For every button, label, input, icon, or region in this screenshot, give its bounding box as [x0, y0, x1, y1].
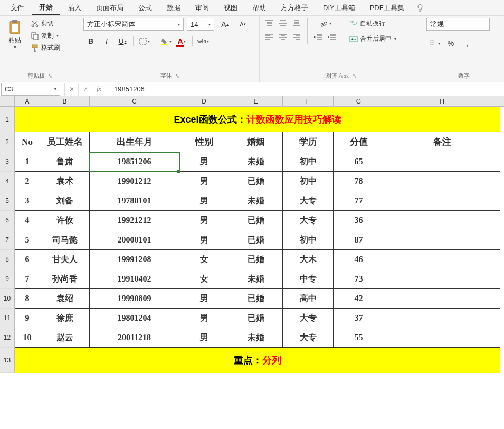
cell[interactable]: 大专 — [283, 191, 334, 211]
cell[interactable] — [384, 230, 500, 250]
col-header[interactable]: A — [15, 96, 40, 106]
row-header[interactable]: 12 — [0, 328, 15, 348]
insert-function-button[interactable]: fx — [92, 83, 106, 96]
paste-button[interactable]: 粘贴 ▼ — [3, 18, 26, 52]
menu-review[interactable]: 审阅 — [188, 1, 216, 15]
header-cell[interactable]: 分值 — [334, 132, 384, 152]
decrease-indent-button[interactable] — [312, 32, 325, 42]
cell[interactable]: 男 — [179, 309, 229, 328]
fill-color-button[interactable]: ▾ — [158, 35, 173, 48]
cell[interactable]: 孙尚香 — [40, 269, 90, 289]
cell[interactable]: 男 — [179, 172, 229, 191]
cell[interactable]: 男 — [179, 328, 229, 348]
cell[interactable]: 司马懿 — [40, 230, 90, 250]
menu-formulas[interactable]: 公式 — [131, 1, 159, 15]
col-header[interactable]: E — [229, 96, 283, 106]
increase-indent-button[interactable] — [326, 32, 338, 42]
cell[interactable]: 8 — [15, 289, 40, 309]
row-header[interactable]: 6 — [0, 211, 15, 230]
row-header[interactable]: 10 — [0, 289, 15, 309]
cell[interactable]: 中专 — [283, 269, 334, 289]
menu-fanggezi[interactable]: 方方格子 — [273, 1, 316, 15]
cell[interactable] — [384, 152, 500, 172]
decrease-font-button[interactable]: A▾ — [235, 18, 250, 31]
cell[interactable]: 10 — [15, 328, 40, 348]
underline-button[interactable]: U▾ — [115, 35, 130, 48]
cell[interactable] — [384, 191, 500, 211]
cell[interactable]: 19990809 — [90, 289, 179, 309]
col-header[interactable]: C — [90, 96, 179, 106]
cell[interactable]: 已婚 — [229, 230, 283, 250]
cell[interactable]: 许攸 — [40, 211, 90, 230]
name-box[interactable]: C3 ▾ — [1, 83, 60, 96]
borders-button[interactable]: ▾ — [137, 35, 151, 48]
cell[interactable]: 初中 — [283, 172, 334, 191]
cell[interactable]: 未婚 — [229, 328, 283, 348]
align-middle-button[interactable] — [277, 18, 289, 29]
col-header[interactable]: D — [179, 96, 229, 106]
header-cell[interactable]: 性别 — [179, 132, 229, 152]
header-cell[interactable]: 学历 — [283, 132, 334, 152]
row-header[interactable]: 8 — [0, 250, 15, 269]
col-header[interactable]: G — [334, 96, 384, 106]
cell[interactable]: 19991208 — [90, 250, 179, 269]
cell[interactable] — [384, 211, 500, 230]
font-color-button[interactable]: A▾ — [174, 35, 189, 48]
increase-font-button[interactable]: A▴ — [217, 18, 232, 31]
bold-button[interactable]: B — [83, 35, 98, 48]
italic-button[interactable]: I — [99, 35, 114, 48]
cell[interactable]: 男 — [179, 289, 229, 309]
row-header[interactable]: 13 — [0, 348, 15, 373]
menu-insert[interactable]: 插入 — [60, 1, 89, 15]
row-header[interactable]: 1 — [0, 107, 15, 132]
accounting-format-button[interactable]: ☳▾ — [426, 37, 441, 50]
header-cell[interactable]: 婚姻 — [229, 132, 283, 152]
menu-pdf-tools[interactable]: PDF工具集 — [363, 1, 412, 15]
cell[interactable]: 未婚 — [229, 152, 283, 172]
cell[interactable]: 5 — [15, 230, 40, 250]
cell[interactable]: 19801204 — [90, 309, 179, 328]
menu-page-layout[interactable]: 页面布局 — [89, 1, 131, 15]
dialog-launcher-icon[interactable]: ⤡ — [175, 73, 179, 79]
cell[interactable]: 46 — [334, 250, 384, 269]
cell[interactable]: 男 — [179, 152, 229, 172]
accept-formula-button[interactable]: ✓ — [78, 83, 92, 96]
comma-style-button[interactable]: , — [460, 37, 475, 50]
align-top-button[interactable] — [263, 18, 275, 29]
cell[interactable]: 77 — [334, 191, 384, 211]
cell[interactable]: 已婚 — [229, 172, 283, 191]
cell[interactable]: 已婚 — [229, 250, 283, 269]
cell[interactable]: 已婚 — [229, 211, 283, 230]
cell[interactable]: 19851206 — [90, 152, 179, 172]
cell[interactable]: 袁绍 — [40, 289, 90, 309]
cell[interactable]: 徐庶 — [40, 309, 90, 328]
dialog-launcher-icon[interactable]: ⤡ — [48, 73, 52, 79]
cell[interactable] — [384, 172, 500, 191]
menu-view[interactable]: 视图 — [216, 1, 245, 15]
cell[interactable]: 2 — [15, 172, 40, 191]
number-format-select[interactable]: 常规 — [426, 18, 490, 31]
font-name-select[interactable]: 方正小标宋简体 ▾ — [83, 18, 184, 31]
cell[interactable]: 大木 — [283, 250, 334, 269]
header-cell[interactable]: 备注 — [384, 132, 500, 152]
col-header[interactable]: F — [283, 96, 334, 106]
cell[interactable]: 19910402 — [90, 269, 179, 289]
cell[interactable]: 大专 — [283, 328, 334, 348]
formula-input[interactable]: 19851206 — [106, 83, 504, 96]
header-cell[interactable]: 出生年月 — [90, 132, 179, 152]
cut-button[interactable]: 剪切 — [28, 18, 62, 29]
cell[interactable] — [384, 309, 500, 328]
cell[interactable]: 男 — [179, 211, 229, 230]
cell[interactable]: 4 — [15, 211, 40, 230]
cell[interactable]: 未婚 — [229, 269, 283, 289]
cell[interactable] — [384, 328, 500, 348]
cell[interactable]: 男 — [179, 230, 229, 250]
cell[interactable]: 55 — [334, 328, 384, 348]
cell[interactable]: 高中 — [283, 289, 334, 309]
orientation-button[interactable]: ab▾ — [319, 18, 331, 29]
menu-data[interactable]: 数据 — [159, 1, 188, 15]
title-row[interactable]: Excel函数公式：计数函数应用技巧解读 — [15, 107, 500, 132]
cell[interactable] — [384, 269, 500, 289]
cell[interactable] — [384, 250, 500, 269]
format-painter-button[interactable]: 格式刷 — [28, 42, 62, 53]
